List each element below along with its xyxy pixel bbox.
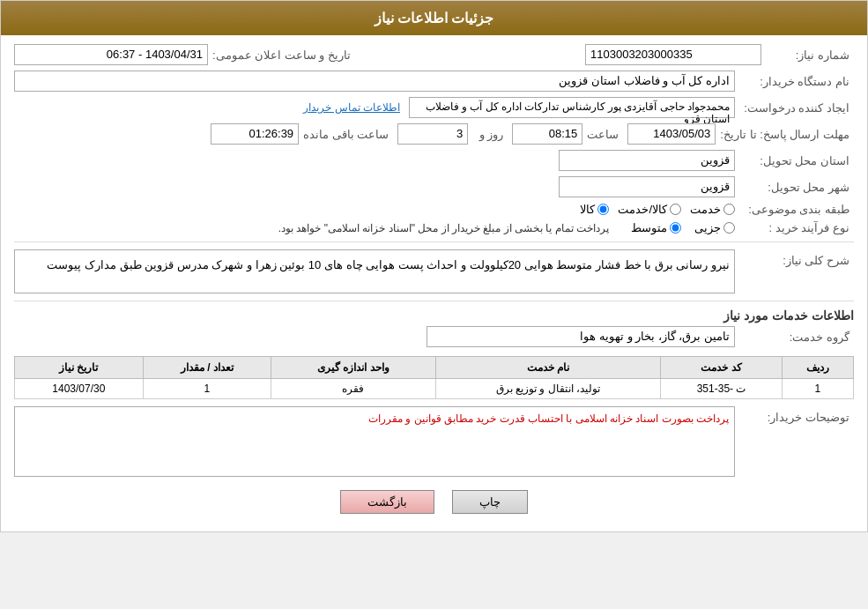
need-desc-row: شرح کلی نیاز: نیرو رسانی برق با خط فشار …	[14, 249, 854, 293]
creator-label: ایجاد کننده درخواست:	[739, 101, 854, 115]
col-header-code: کد خدمت	[661, 357, 782, 379]
col-header-unit: واحد اندازه گیری	[271, 357, 435, 379]
category-option-service[interactable]: خدمت	[690, 203, 735, 216]
date-announcement-label: تاریخ و ساعت اعلان عمومی:	[212, 48, 355, 62]
category-label: طبقه بندی موضوعی:	[739, 203, 854, 216]
table-header-row: ردیف کد خدمت نام خدمت واحد اندازه گیری ت…	[15, 357, 854, 379]
category-radio-both[interactable]	[670, 204, 681, 215]
service-group-label: گروه خدمت:	[739, 330, 854, 344]
need-number-row: شماره نیاز: 1103003203000335 تاریخ و ساع…	[14, 44, 854, 65]
category-label-goods: کالا	[580, 203, 595, 216]
service-group-value: تامین برق، گاز، بخار و تهویه هوا	[427, 326, 735, 347]
expiry-date-value: 1403/05/03	[627, 123, 716, 145]
expiry-remaining-label: ساعت باقی مانده	[303, 128, 393, 141]
services-table-section: ردیف کد خدمت نام خدمت واحد اندازه گیری ت…	[14, 356, 854, 399]
category-options: خدمت کالا/خدمت کالا	[580, 203, 735, 216]
delivery-province-label: استان محل تحویل:	[739, 154, 854, 167]
purchase-type-label: نوع فرآیند خرید :	[739, 221, 854, 234]
purchase-note: پرداخت تمام یا بخشی از مبلغ خریدار از مح…	[278, 222, 609, 234]
purchase-type-partial[interactable]: جزیی	[694, 221, 735, 234]
services-section-title: اطلاعات خدمات مورد نیاز	[14, 308, 854, 323]
category-radio-service[interactable]	[723, 204, 735, 215]
cell-qty-1: 1	[143, 379, 271, 399]
back-button[interactable]: بازگشت	[340, 490, 434, 514]
divider-1	[14, 241, 854, 242]
cell-name-1: تولید، انتقال و توزیع برق	[435, 379, 661, 399]
print-button[interactable]: چاپ	[452, 490, 528, 514]
need-number-value: 1103003203000335	[585, 44, 761, 65]
date-announcement-value: 1403/04/31 - 06:37	[14, 44, 208, 65]
service-group-row: گروه خدمت: تامین برق، گاز، بخار و تهویه …	[14, 326, 854, 347]
expiry-label: مهلت ارسال پاسخ: تا تاریخ:	[720, 128, 854, 141]
delivery-province-row: استان محل تحویل: قزوین	[14, 150, 854, 171]
page-content: شماره نیاز: 1103003203000335 تاریخ و ساع…	[1, 35, 867, 531]
purchase-type-medium[interactable]: متوسط	[631, 221, 681, 234]
delivery-city-value: قزوین	[559, 176, 735, 197]
expiry-days-label: روز و	[472, 128, 508, 141]
expiry-remaining-value: 01:26:39	[211, 123, 299, 145]
category-row: طبقه بندی موضوعی: خدمت کالا/خدمت کالا	[14, 203, 854, 216]
col-header-qty: تعداد / مقدار	[143, 357, 271, 379]
expiry-time-label: ساعت	[587, 128, 623, 141]
main-container: جزئیات اطلاعات نیاز شماره نیاز: 11030032…	[0, 0, 868, 532]
buyer-notes-label: توضیحات خریدار:	[739, 406, 854, 424]
org-name-value: اداره کل آب و فاضلاب استان قزوین	[14, 71, 735, 92]
category-label-service: خدمت	[690, 203, 721, 216]
category-option-goods[interactable]: کالا	[580, 203, 609, 216]
delivery-city-row: شهر محل تحویل: قزوین	[14, 176, 854, 197]
buttons-row: چاپ بازگشت	[14, 490, 854, 514]
category-radio-goods[interactable]	[597, 204, 609, 215]
delivery-city-label: شهر محل تحویل:	[739, 181, 854, 194]
purchase-radio-medium[interactable]	[670, 222, 681, 234]
creator-value: محمدجواد حاجی آقایزدی پور کارشناس تدارکا…	[409, 97, 735, 118]
creator-contact-link[interactable]: اطلاعات تماس خریدار	[303, 101, 400, 114]
header-title: جزئیات اطلاعات نیاز	[375, 11, 494, 26]
expiry-time-value: 08:15	[512, 123, 582, 145]
expiry-row: مهلت ارسال پاسخ: تا تاریخ: 1403/05/03 سا…	[14, 123, 854, 145]
need-desc-value: نیرو رسانی برق با خط فشار متوسط هوایی 20…	[14, 249, 735, 293]
org-name-row: نام دستگاه خریدار: اداره کل آب و فاضلاب …	[14, 71, 854, 92]
expiry-days-value: 3	[397, 123, 468, 145]
col-header-row: ردیف	[782, 357, 853, 379]
buyer-notes-textarea[interactable]: پرداخت بصورت اسناد خزانه اسلامی با احتسا…	[14, 406, 735, 477]
table-header: ردیف کد خدمت نام خدمت واحد اندازه گیری ت…	[15, 357, 854, 379]
purchase-label-medium: متوسط	[631, 221, 667, 234]
delivery-province-value: قزوین	[559, 150, 735, 171]
col-header-date: تاریخ نیاز	[15, 357, 144, 379]
cell-code-1: ت -35-351	[661, 379, 782, 399]
category-option-both[interactable]: کالا/خدمت	[618, 203, 681, 216]
purchase-type-options: جزیی متوسط	[631, 221, 735, 234]
org-name-label: نام دستگاه خریدار:	[739, 75, 854, 88]
page-header: جزئیات اطلاعات نیاز	[1, 1, 867, 35]
cell-unit-1: فقره	[271, 379, 435, 399]
table-body: 1 ت -35-351 تولید، انتقال و توزیع برق فق…	[15, 379, 854, 399]
creator-row: ایجاد کننده درخواست: محمدجواد حاجی آقایز…	[14, 97, 854, 118]
purchase-radio-partial[interactable]	[723, 222, 735, 234]
cell-row-1: 1	[782, 379, 853, 399]
need-desc-label: شرح کلی نیاز:	[739, 249, 854, 267]
col-header-name: نام خدمت	[435, 357, 661, 379]
purchase-type-row: نوع فرآیند خرید : جزیی متوسط پرداخت تمام…	[14, 221, 854, 234]
services-table: ردیف کد خدمت نام خدمت واحد اندازه گیری ت…	[14, 356, 854, 399]
purchase-label-partial: جزیی	[694, 221, 721, 234]
table-row: 1 ت -35-351 تولید، انتقال و توزیع برق فق…	[15, 379, 854, 399]
cell-date-1: 1403/07/30	[15, 379, 144, 399]
category-label-both: کالا/خدمت	[618, 203, 667, 216]
divider-2	[14, 301, 854, 301]
need-number-label: شماره نیاز:	[766, 48, 854, 62]
buyer-notes-row: توضیحات خریدار: پرداخت بصورت اسناد خزانه…	[14, 406, 854, 477]
